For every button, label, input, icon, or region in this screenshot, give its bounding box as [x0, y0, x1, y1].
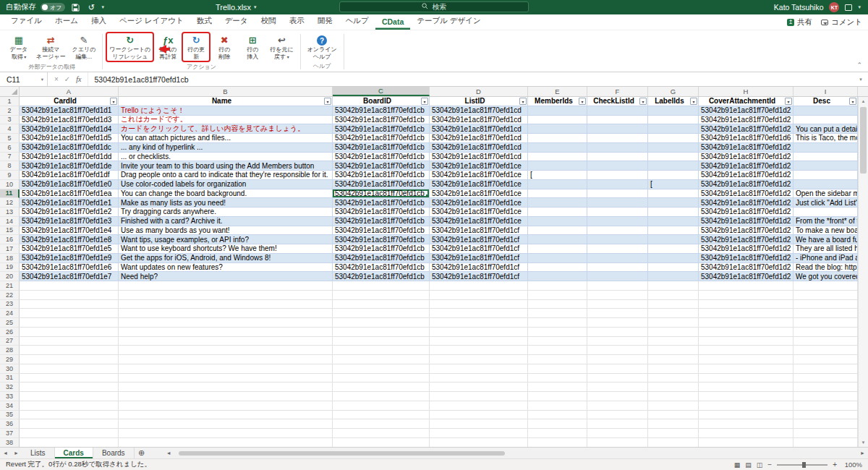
cell-I30[interactable]: [793, 364, 858, 374]
cell-I33[interactable]: [793, 392, 858, 401]
cell-F21[interactable]: [587, 281, 648, 291]
cell-G9[interactable]: [648, 171, 699, 180]
cell-H35[interactable]: [699, 411, 793, 420]
cell-F28[interactable]: [587, 346, 648, 355]
cell-F11[interactable]: [587, 189, 648, 199]
cell-B29[interactable]: [119, 355, 333, 364]
cell-E2[interactable]: [528, 106, 587, 116]
column-header-E[interactable]: E: [528, 87, 587, 96]
cell-C24[interactable]: [333, 309, 430, 318]
cell-E7[interactable]: [528, 153, 587, 162]
zoom-level[interactable]: 100%: [842, 461, 862, 469]
zoom-slider-thumb[interactable]: [802, 462, 806, 468]
cell-F36[interactable]: [587, 419, 648, 429]
cell-E33[interactable]: [528, 392, 587, 401]
ribbon-tab-ページ レイアウト[interactable]: ページ レイアウト: [113, 13, 190, 30]
cell-B30[interactable]: [119, 364, 333, 374]
cell-D2[interactable]: 53042b91e1ac81ff70efd1cd: [430, 106, 528, 116]
cell-B22[interactable]: [119, 291, 333, 300]
online-help-button[interactable]: ?オンラインヘルプ: [305, 33, 339, 61]
cell-A29[interactable]: [20, 355, 119, 364]
row-header-21[interactable]: 21: [0, 281, 20, 291]
cell-H36[interactable]: [699, 419, 793, 429]
cell-I4[interactable]: You can put a detaile: [793, 124, 858, 134]
share-button[interactable]: ↥ 共有: [787, 17, 812, 27]
row-header-6[interactable]: 6: [0, 143, 20, 153]
cell-H6[interactable]: 53042b91e1ac81ff70efd1d2: [699, 143, 793, 153]
cell-B31[interactable]: [119, 374, 333, 383]
cell-D9[interactable]: 53042b91e1ac81ff70efd1ce: [430, 171, 528, 180]
row-header-20[interactable]: 20: [0, 272, 20, 281]
comments-button[interactable]: コメント: [821, 17, 862, 27]
row-header-18[interactable]: 18: [0, 254, 20, 263]
cell-F27[interactable]: [587, 337, 648, 346]
cell-G7[interactable]: [648, 153, 699, 162]
cell-I3[interactable]: [793, 116, 858, 125]
autosave-toggle[interactable]: オフ: [41, 3, 65, 12]
cell-A16[interactable]: 53042b91e1ac81ff70efd1e8: [20, 235, 119, 244]
cell-G14[interactable]: [648, 217, 699, 226]
cell-D3[interactable]: 53042b91e1ac81ff70efd1cd: [430, 116, 528, 125]
cell-I37[interactable]: [793, 429, 858, 438]
cell-B34[interactable]: [119, 401, 333, 411]
cell-A32[interactable]: [20, 383, 119, 392]
cell-G23[interactable]: [648, 300, 699, 309]
cell-I8[interactable]: [793, 161, 858, 171]
cell-I13[interactable]: [793, 208, 858, 217]
cell-C25[interactable]: [333, 318, 430, 328]
row-header-15[interactable]: 15: [0, 226, 20, 236]
cell-A14[interactable]: 53042b91e1ac81ff70efd1e3: [20, 217, 119, 226]
cell-F20[interactable]: [587, 272, 648, 281]
column-header-D[interactable]: D: [430, 87, 528, 96]
view-normal-icon[interactable]: ▦: [734, 461, 741, 469]
row-header-36[interactable]: 36: [0, 419, 20, 429]
filter-dropdown-icon[interactable]: ▾: [110, 98, 117, 105]
cell-H33[interactable]: [699, 392, 793, 401]
cell-B26[interactable]: [119, 328, 333, 337]
cell-C4[interactable]: 53042b91e1ac81ff70efd1cb: [333, 124, 430, 134]
cell-A36[interactable]: [20, 419, 119, 429]
cell-C29[interactable]: [333, 355, 430, 364]
cell-E13[interactable]: [528, 208, 587, 217]
avatar[interactable]: KT: [829, 2, 839, 12]
sheet-nav-left-icon[interactable]: ◄: [0, 448, 11, 458]
cell-G15[interactable]: [648, 226, 699, 236]
cell-D12[interactable]: 53042b91e1ac81ff70efd1ce: [430, 198, 528, 208]
cell-B5[interactable]: You can attach pictures and files...: [119, 134, 333, 143]
titlebar-chevron-icon[interactable]: ▾: [858, 4, 861, 10]
row-header-23[interactable]: 23: [0, 300, 20, 309]
cell-D36[interactable]: [430, 419, 528, 429]
cell-G27[interactable]: [648, 337, 699, 346]
cell-H22[interactable]: [699, 291, 793, 300]
cell-G38[interactable]: [648, 438, 699, 447]
cell-B36[interactable]: [119, 419, 333, 429]
sheet-nav-right-icon[interactable]: ►: [11, 448, 22, 458]
undo-icon[interactable]: ↺: [85, 1, 97, 13]
cell-C17[interactable]: 53042b91e1ac81ff70efd1cb: [333, 244, 430, 254]
cell-G12[interactable]: [648, 198, 699, 208]
cell-H31[interactable]: [699, 374, 793, 383]
row-header-24[interactable]: 24: [0, 309, 20, 318]
cell-B12[interactable]: Make as many lists as you need!: [119, 198, 333, 208]
cell-A38[interactable]: [20, 438, 119, 447]
cell-G28[interactable]: [648, 346, 699, 355]
cell-F7[interactable]: [587, 153, 648, 162]
zoom-slider[interactable]: [777, 464, 827, 466]
search-box[interactable]: 検索: [339, 1, 529, 12]
formula-input[interactable]: 53042b91e1ac81ff70efd1cb: [88, 72, 854, 86]
ribbon-collapse-icon[interactable]: ⌃: [856, 61, 862, 69]
cell-I29[interactable]: [793, 355, 858, 364]
cell-G30[interactable]: [648, 364, 699, 374]
column-header-I[interactable]: I: [793, 87, 858, 96]
cell-B35[interactable]: [119, 411, 333, 420]
cell-F22[interactable]: [587, 291, 648, 300]
cell-D17[interactable]: 53042b91e1ac81ff70efd1cf: [430, 244, 528, 254]
worksheet-refresh-button[interactable]: ↻ワークシートのリフレッシュ: [107, 33, 153, 61]
cell-B10[interactable]: Use color-coded labels for organization: [119, 180, 333, 189]
cell-G36[interactable]: [648, 419, 699, 429]
cell-H32[interactable]: [699, 383, 793, 392]
cell-A28[interactable]: [20, 346, 119, 355]
cell-D29[interactable]: [430, 355, 528, 364]
cell-B18[interactable]: Get the apps for iOS, Android, and Windo…: [119, 254, 333, 263]
ribbon-tab-CData[interactable]: CData: [375, 14, 410, 30]
